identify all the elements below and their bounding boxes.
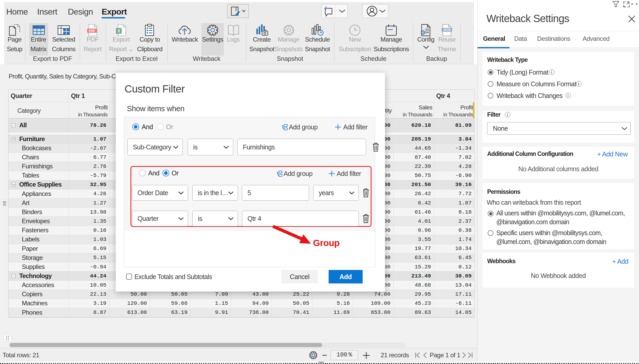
svg-text:JSON: JSON <box>443 28 451 31</box>
svg-text:PDF: PDF <box>89 29 95 33</box>
svg-text:X: X <box>118 29 120 33</box>
